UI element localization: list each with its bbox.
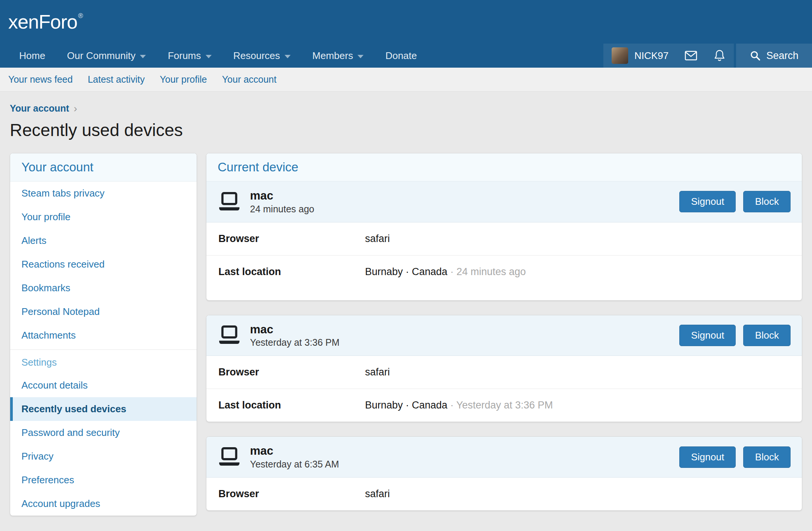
- account-sidebar: Your account Steam tabs privacy Your pro…: [10, 153, 197, 516]
- dot-separator: ·: [450, 266, 454, 277]
- current-device-block: Current device mac 24 minutes ago: [206, 153, 802, 301]
- nav-resources[interactable]: Resources: [223, 44, 301, 68]
- device-name: mac: [250, 189, 314, 203]
- sidebar-item-your-profile[interactable]: Your profile: [10, 205, 197, 229]
- sidebar-item-alerts[interactable]: Alerts: [10, 229, 197, 253]
- nav-forums[interactable]: Forums: [157, 44, 222, 68]
- browser-row: Browser safari: [206, 222, 802, 256]
- device-actions: Signout Block: [679, 325, 791, 346]
- chevron-down-icon: [206, 55, 212, 58]
- sidebar-item-recently-used-devices[interactable]: Recently used devices: [10, 397, 197, 421]
- location-time: · 24 minutes ago: [450, 266, 526, 277]
- sidebar-item-attachments[interactable]: Attachments: [10, 324, 197, 347]
- device-block: mac Yesterday at 3:36 PM Signout Block B…: [206, 315, 802, 422]
- search-label: Search: [766, 50, 798, 62]
- browser-row: Browser safari: [206, 356, 802, 389]
- sidebar-item-account-details[interactable]: Account details: [10, 374, 197, 397]
- chevron-down-icon: [285, 55, 291, 58]
- breadcrumb: Your account ›: [10, 103, 802, 114]
- user-menu[interactable]: NICK97: [603, 44, 677, 68]
- device-title-group: mac Yesterday at 6:35 AM: [250, 444, 339, 470]
- header: xenForo® Home Our Community Forums Resou…: [0, 0, 812, 68]
- sidebar-item-personal-notepad[interactable]: Personal Notepad: [10, 300, 197, 324]
- browser-value: safari: [365, 488, 390, 500]
- subnav: Your news feed Latest activity Your prof…: [0, 68, 812, 92]
- sidebar-item-privacy[interactable]: Privacy: [10, 445, 197, 468]
- signout-button[interactable]: Signout: [679, 325, 736, 346]
- nav-our-community[interactable]: Our Community: [56, 44, 157, 68]
- page-title: Recently used devices: [10, 120, 802, 140]
- nav-members-label: Members: [312, 50, 353, 62]
- nav-home[interactable]: Home: [8, 44, 56, 68]
- location-time-text: Yesterday at 3:36 PM: [456, 399, 553, 411]
- last-location-row: Last location Burnaby · Canada · 24 minu…: [206, 256, 802, 300]
- device-actions: Signout Block: [679, 446, 791, 468]
- device-last-seen: Yesterday at 3:36 PM: [250, 337, 339, 348]
- nav-members[interactable]: Members: [301, 44, 374, 68]
- device-title-group: mac 24 minutes ago: [250, 189, 314, 215]
- browser-label: Browser: [218, 366, 365, 378]
- chevron-right-icon: ›: [74, 103, 77, 114]
- nav-home-label: Home: [19, 50, 45, 62]
- sidebar-item-account-upgrades[interactable]: Account upgrades: [10, 492, 197, 516]
- block-button[interactable]: Block: [743, 325, 791, 346]
- signout-button[interactable]: Signout: [679, 446, 736, 468]
- browser-value: safari: [365, 233, 390, 245]
- chevron-down-icon: [358, 55, 364, 58]
- block-button[interactable]: Block: [743, 191, 791, 212]
- last-location-value: Burnaby · Canada · Yesterday at 3:36 PM: [365, 399, 553, 411]
- location-time: · Yesterday at 3:36 PM: [450, 399, 553, 411]
- current-device-title: Current device: [206, 153, 802, 182]
- search-icon: [750, 50, 761, 61]
- chevron-down-icon: [140, 55, 146, 58]
- xenforo-logo[interactable]: xenForo®: [8, 11, 83, 33]
- device-actions: Signout Block: [679, 191, 791, 212]
- last-location-row: Last location Burnaby · Canada · Yesterd…: [206, 389, 802, 422]
- location-text: Burnaby · Canada: [365, 399, 447, 411]
- device-block: mac Yesterday at 6:35 AM Signout Block B…: [206, 436, 802, 511]
- browser-label: Browser: [218, 488, 365, 500]
- sidebar-item-steam-tabs-privacy[interactable]: Steam tabs privacy: [10, 182, 197, 205]
- bell-icon: [714, 49, 726, 62]
- sidebar-section-settings: Settings: [10, 350, 197, 374]
- sidebar-item-preferences[interactable]: Preferences: [10, 468, 197, 492]
- location-time-text: 24 minutes ago: [456, 266, 526, 277]
- sidebar-item-reactions-received[interactable]: Reactions received: [10, 253, 197, 276]
- device-title-group: mac Yesterday at 3:36 PM: [250, 323, 339, 348]
- nav-donate[interactable]: Donate: [374, 44, 428, 68]
- search-button[interactable]: Search: [734, 44, 812, 68]
- logo-text: xenForo: [8, 11, 77, 33]
- subnav-your-account[interactable]: Your account: [222, 74, 276, 85]
- browser-row: Browser safari: [206, 478, 802, 510]
- block-button[interactable]: Block: [743, 446, 791, 468]
- nav-forums-label: Forums: [168, 50, 201, 62]
- devices-main: Current device mac 24 minutes ago: [206, 153, 802, 525]
- laptop-icon: [218, 325, 241, 345]
- laptop-icon: [218, 447, 241, 467]
- envelope-icon: [685, 50, 697, 61]
- sidebar-title: Your account: [10, 153, 197, 182]
- columns: Your account Steam tabs privacy Your pro…: [10, 153, 802, 525]
- device-summary: mac Yesterday at 3:36 PM Signout Block: [206, 315, 802, 356]
- device-last-seen: 24 minutes ago: [250, 204, 314, 215]
- nav-our-community-label: Our Community: [67, 50, 135, 62]
- page: xenForo® Home Our Community Forums Resou…: [0, 0, 812, 531]
- alerts-button[interactable]: [705, 44, 734, 68]
- subnav-your-news-feed[interactable]: Your news feed: [8, 74, 73, 85]
- breadcrumb-your-account[interactable]: Your account: [10, 103, 69, 114]
- registered-mark: ®: [78, 12, 83, 20]
- signout-button[interactable]: Signout: [679, 191, 736, 212]
- sidebar-item-password-and-security[interactable]: Password and security: [10, 421, 197, 445]
- username: NICK97: [634, 50, 668, 62]
- device-name: mac: [250, 444, 339, 458]
- subnav-latest-activity[interactable]: Latest activity: [88, 74, 144, 85]
- location-text: Burnaby · Canada: [365, 266, 447, 277]
- device-summary: mac Yesterday at 6:35 AM Signout Block: [206, 437, 802, 478]
- browser-value: safari: [365, 366, 390, 378]
- sidebar-item-bookmarks[interactable]: Bookmarks: [10, 276, 197, 300]
- subnav-your-profile[interactable]: Your profile: [160, 74, 207, 85]
- avatar[interactable]: [612, 47, 628, 64]
- inbox-button[interactable]: [677, 44, 705, 68]
- header-right-cluster: NICK97: [603, 44, 812, 68]
- content: Your account › Recently used devices You…: [0, 103, 812, 525]
